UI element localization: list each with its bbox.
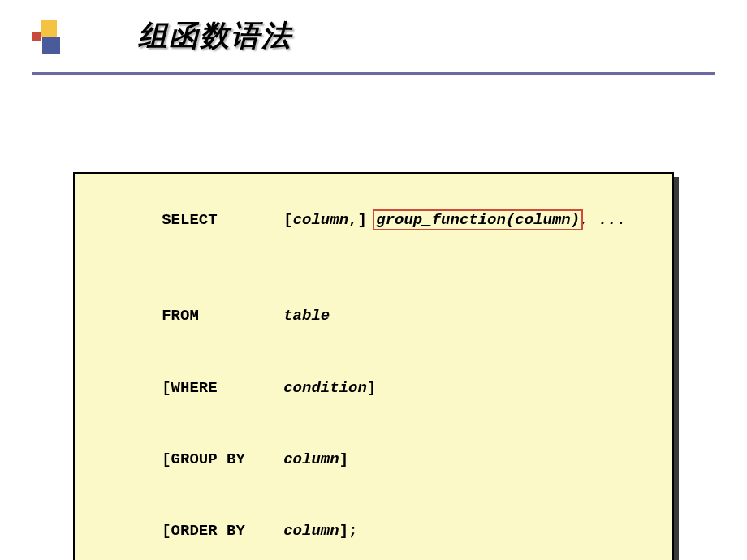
logo-icon [32,20,65,53]
slide-title: 组函数语法 [138,16,292,56]
code-line-orderby: [ORDER BYcolumn]; [88,496,659,560]
code-line-where: [WHEREcondition] [88,352,659,424]
code-line-select: SELECT[column,] group_function(column), … [88,185,659,281]
code-block: SELECT[column,] group_function(column), … [73,172,674,560]
code-line-groupby: [GROUP BYcolumn] [88,424,659,495]
slide-content: SELECT[column,] group_function(column), … [0,75,747,560]
slide-header: 组函数语法 [0,0,747,64]
code-line-from: FROMtable [88,281,659,352]
